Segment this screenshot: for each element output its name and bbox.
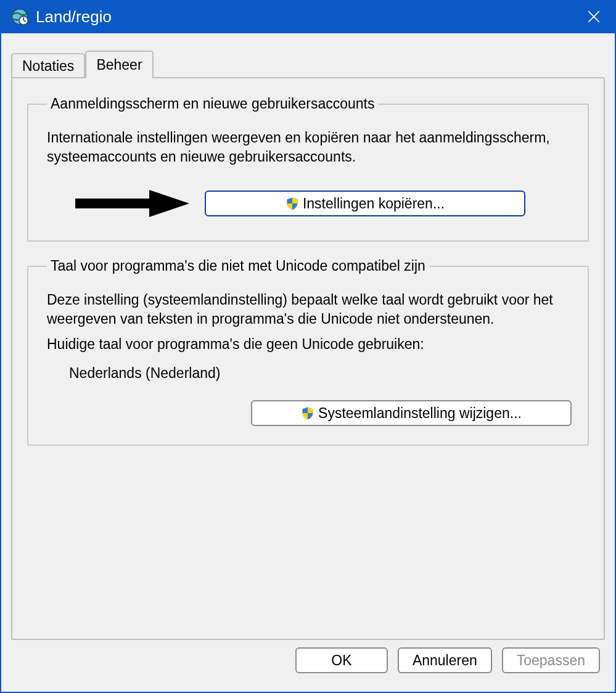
tab-label: Beheer xyxy=(96,57,142,73)
button-label: Annuleren xyxy=(413,652,477,669)
group-legend: Taal voor programma's die niet met Unico… xyxy=(47,258,429,274)
current-language-value: Nederlands (Nederland) xyxy=(69,365,572,382)
uac-shield-icon xyxy=(301,406,314,420)
apply-button[interactable]: Toepassen xyxy=(502,647,600,673)
tabstrip: Notaties Beheer xyxy=(11,49,605,77)
dialog-footer: OK Annuleren Toepassen xyxy=(11,640,605,683)
window-title: Land/regio xyxy=(36,7,112,27)
group-description: Deze instelling (systeemlandinstelling) … xyxy=(47,290,572,329)
button-label: Systeemlandinstelling wijzigen... xyxy=(318,405,522,422)
tab-beheer[interactable]: Beheer xyxy=(85,51,153,78)
group-legend: Aanmeldingsscherm en nieuwe gebruikersac… xyxy=(47,96,378,112)
close-button[interactable] xyxy=(581,4,606,29)
group-welcome-screen: Aanmeldingsscherm en nieuwe gebruikersac… xyxy=(27,96,589,242)
group-description: Internationale instellingen weergeven en… xyxy=(47,128,572,166)
tab-label: Notaties xyxy=(22,58,74,74)
cancel-button[interactable]: Annuleren xyxy=(398,647,492,673)
annotation-arrow-icon xyxy=(63,185,192,222)
svg-marker-6 xyxy=(75,190,189,217)
button-label: OK xyxy=(331,652,351,669)
button-label: Instellingen kopiëren... xyxy=(303,195,445,212)
group-non-unicode: Taal voor programma's die niet met Unico… xyxy=(27,258,589,446)
change-system-locale-button[interactable]: Systeemlandinstelling wijzigen... xyxy=(251,400,572,426)
tabpanel-beheer: Aanmeldingsscherm en nieuwe gebruikersac… xyxy=(11,77,605,640)
titlebar: Land/regio xyxy=(1,0,615,33)
current-language-label: Huidige taal voor programma's die geen U… xyxy=(47,335,572,354)
tab-notaties[interactable]: Notaties xyxy=(11,53,85,78)
button-label: Toepassen xyxy=(517,652,585,669)
copy-settings-button[interactable]: Instellingen kopiëren... xyxy=(205,191,525,216)
ok-button[interactable]: OK xyxy=(295,647,388,673)
client-area: Notaties Beheer Aanmeldingsscherm en nie… xyxy=(1,33,615,692)
uac-shield-icon xyxy=(285,197,299,210)
globe-clock-icon xyxy=(9,6,31,28)
region-dialog: Land/regio Notaties Beheer Aanmeldingssc… xyxy=(0,0,616,693)
